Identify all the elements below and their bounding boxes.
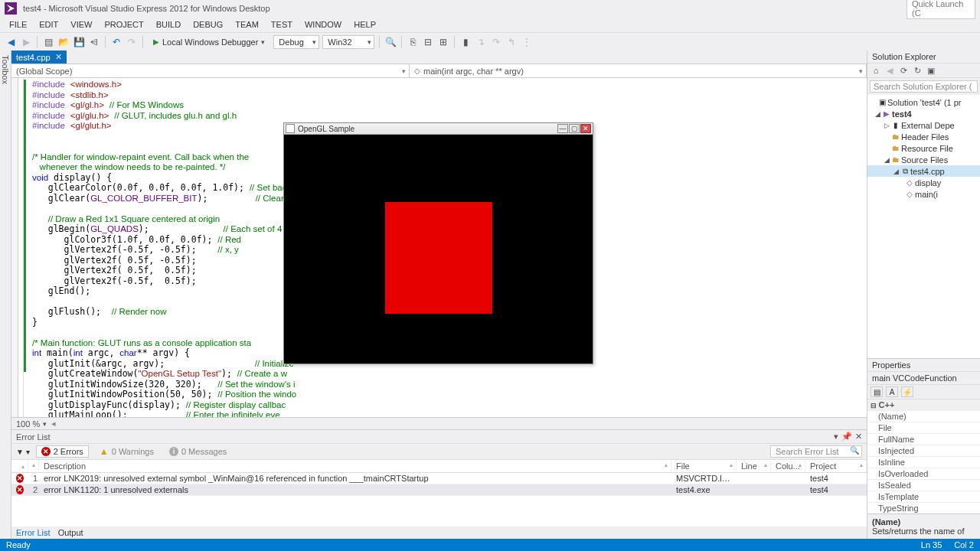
window-dropdown-icon[interactable]: ▾ bbox=[834, 432, 838, 442]
folder-icon: 🖿 bbox=[890, 144, 901, 152]
nav-fwd-icon[interactable]: ▶ bbox=[20, 36, 32, 48]
error-list-title: Error List bbox=[16, 432, 51, 442]
undo-icon[interactable]: ↶ bbox=[110, 36, 122, 48]
menu-test[interactable]: TEST bbox=[265, 18, 299, 31]
error-list-panel: Error List ▾ 📌 ✕ ▼ ▾ ✕ 2 Errors ▲ 0 Warn… bbox=[11, 429, 867, 539]
step-icon[interactable]: ⎘ bbox=[407, 36, 419, 48]
filter-dropdown-icon[interactable]: ▼ ▾ bbox=[16, 448, 30, 456]
error-icon: ✕ bbox=[41, 447, 51, 456]
menu-file[interactable]: FILE bbox=[3, 18, 33, 31]
tab-output[interactable]: Output bbox=[58, 528, 83, 537]
menu-debug[interactable]: DEBUG bbox=[187, 18, 229, 31]
comment-icon[interactable]: ⊟ bbox=[422, 36, 434, 48]
status-bar: Ready Ln 35 Col 2 bbox=[0, 539, 980, 551]
alphabetical-icon[interactable]: A bbox=[886, 386, 898, 397]
nav-back-icon[interactable]: ◀ bbox=[5, 36, 17, 48]
warning-icon: ▲ bbox=[100, 446, 109, 457]
maximize-icon[interactable]: ▢ bbox=[569, 124, 580, 133]
close-icon[interactable]: ✕ bbox=[580, 124, 591, 133]
menu-window[interactable]: WINDOW bbox=[299, 18, 348, 31]
properties-panel: Properties main VCCodeFunction ▤ A ⚡ ⊟ C… bbox=[867, 358, 980, 539]
props-pages-icon[interactable]: ⚡ bbox=[901, 386, 913, 397]
error-row[interactable]: ✕ 1 error LNK2019: unresolved external s… bbox=[11, 473, 867, 484]
quick-launch-input[interactable]: Quick Launch (C bbox=[906, 0, 975, 19]
zoom-combo[interactable]: 100 % bbox=[16, 419, 40, 429]
function-icon: ◇ bbox=[904, 178, 915, 187]
menu-build[interactable]: BUILD bbox=[150, 18, 187, 31]
toolbar: ◀ ▶ ▤ 📂 💾 ⩤ ↶ ↷ ▶ Local Windows Debugger… bbox=[0, 32, 980, 51]
project-icon: ▶ bbox=[881, 109, 892, 118]
config-combo[interactable]: Debug bbox=[273, 35, 319, 49]
close-panel-icon[interactable]: ✕ bbox=[855, 432, 862, 442]
new-project-icon[interactable]: ▤ bbox=[42, 36, 54, 48]
properties-subject: main VCCodeFunction bbox=[867, 372, 980, 384]
zoom-bar: 100 % ▾ ◂ bbox=[11, 417, 867, 429]
save-all-icon[interactable]: ⩤ bbox=[88, 36, 100, 48]
folder-icon: ▮ bbox=[890, 121, 901, 129]
document-tab[interactable]: test4.cpp ✕ bbox=[11, 51, 67, 64]
folder-icon: 🖿 bbox=[890, 132, 901, 141]
scope-left-combo[interactable]: (Global Scope) bbox=[11, 64, 410, 77]
solution-explorer-toolbar: ⌂ ◀ ⟳ ↻ ▣ bbox=[867, 64, 980, 78]
breakpoint-icon[interactable]: ▮ bbox=[459, 36, 472, 48]
save-icon[interactable]: 💾 bbox=[73, 36, 85, 48]
status-line: Ln 35 bbox=[921, 540, 942, 549]
categorized-icon[interactable]: ▤ bbox=[871, 386, 883, 397]
error-table-header[interactable]: Description File Line Colu... Project bbox=[11, 460, 867, 473]
error-icon: ✕ bbox=[16, 485, 24, 494]
menu-project[interactable]: PROJECT bbox=[98, 18, 149, 31]
gl-window-title: OpenGL Sample bbox=[298, 125, 354, 133]
properties-grid[interactable]: ⊟ C++ (Name) File FullName IsInjected Is… bbox=[867, 399, 980, 514]
sync-icon[interactable]: ⟳ bbox=[898, 65, 909, 76]
menu-bar: FILE EDIT VIEW PROJECT BUILD DEBUG TEAM … bbox=[0, 17, 980, 32]
play-icon: ▶ bbox=[153, 37, 159, 46]
menu-edit[interactable]: EDIT bbox=[33, 18, 64, 31]
toolbox-tab[interactable]: Toolbox bbox=[0, 51, 11, 539]
messages-filter-button[interactable]: i 0 Messages bbox=[165, 446, 231, 457]
pin-icon[interactable]: 📌 bbox=[841, 432, 852, 442]
step-over-icon[interactable]: ↷ bbox=[490, 36, 502, 48]
tab-error-list[interactable]: Error List bbox=[16, 528, 51, 537]
status-text: Ready bbox=[6, 540, 31, 549]
error-icon: ✕ bbox=[16, 474, 24, 483]
app-icon bbox=[286, 124, 295, 133]
solution-explorer-title: Solution Explorer bbox=[867, 51, 980, 64]
back-icon[interactable]: ◀ bbox=[884, 65, 895, 76]
debugger-label: Local Windows Debugger bbox=[162, 37, 258, 47]
warnings-filter-button[interactable]: ▲ 0 Warnings bbox=[95, 445, 158, 458]
status-col: Col 2 bbox=[954, 540, 974, 549]
properties-description: (Name) Sets/returns the name of bbox=[867, 514, 980, 539]
open-icon[interactable]: 📂 bbox=[57, 36, 70, 48]
menu-team[interactable]: TEAM bbox=[229, 18, 265, 31]
scope-right-combo[interactable]: ◇main(int argc, char ** argv) bbox=[410, 64, 867, 77]
cpp-file-icon: ⧉ bbox=[900, 167, 910, 176]
home-icon[interactable]: ⌂ bbox=[871, 65, 881, 76]
tab-label: test4.cpp bbox=[16, 53, 51, 62]
window-title: test4 - Microsoft Visual Studio Express … bbox=[23, 4, 270, 13]
collapse-icon[interactable]: ▣ bbox=[926, 65, 936, 76]
opengl-output-window[interactable]: OpenGL Sample — ▢ ✕ bbox=[283, 122, 593, 364]
minimize-icon[interactable]: — bbox=[557, 124, 568, 133]
step-out-icon[interactable]: ↰ bbox=[505, 36, 518, 48]
function-icon: ◇ bbox=[904, 190, 915, 198]
solution-tree[interactable]: ▣Solution 'test4' (1 pr ◢▶test4 ▷▮Extern… bbox=[867, 95, 980, 358]
menu-help[interactable]: HELP bbox=[348, 18, 382, 31]
redo-icon[interactable]: ↷ bbox=[126, 36, 138, 48]
bottom-tab-strip: Error List Output bbox=[11, 527, 867, 539]
error-search-input[interactable]: Search Error List bbox=[770, 445, 862, 458]
refresh-icon[interactable]: ↻ bbox=[912, 65, 923, 76]
solution-icon: ▣ bbox=[877, 98, 887, 106]
uncomment-icon[interactable]: ⊞ bbox=[437, 36, 449, 48]
errors-filter-button[interactable]: ✕ 2 Errors bbox=[36, 445, 89, 458]
more-icon[interactable]: ⋮ bbox=[521, 36, 533, 48]
solution-search-input[interactable]: Search Solution Explorer ( bbox=[870, 80, 978, 93]
error-row[interactable]: ✕ 2 error LNK1120: 1 unresolved external… bbox=[11, 484, 867, 496]
menu-view[interactable]: VIEW bbox=[64, 18, 98, 31]
start-debug-button[interactable]: ▶ Local Windows Debugger ▾ bbox=[148, 37, 270, 47]
info-icon: i bbox=[169, 447, 178, 456]
find-icon[interactable]: 🔍 bbox=[384, 36, 397, 48]
tab-close-icon[interactable]: ✕ bbox=[55, 52, 62, 62]
platform-combo[interactable]: Win32 bbox=[322, 35, 374, 49]
step-into-icon[interactable]: ↴ bbox=[475, 36, 487, 48]
vs-logo-icon bbox=[5, 2, 17, 15]
